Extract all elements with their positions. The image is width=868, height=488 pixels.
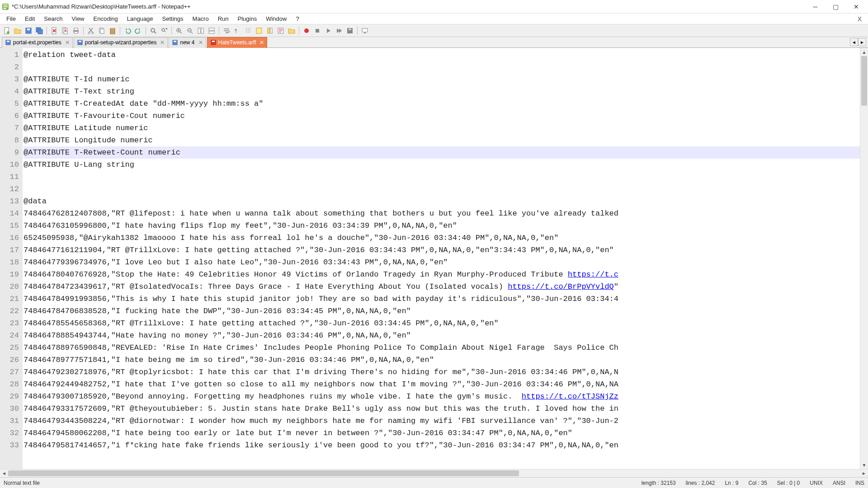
cut-button[interactable]	[86, 26, 96, 36]
close-file-button[interactable]	[49, 26, 59, 36]
minimize-button[interactable]: ─	[805, 0, 826, 13]
code-line[interactable]: @ATTRIBUTE U-Lang string	[24, 159, 860, 171]
save-button[interactable]	[24, 26, 33, 36]
tab-portal-setup-wizard-properties[interactable]: portal-setup-wizard.properties✕	[74, 37, 168, 48]
menu-language[interactable]: Language	[123, 14, 158, 23]
menu-encoding[interactable]: Encoding	[89, 14, 123, 23]
play-multi-button[interactable]	[334, 26, 344, 36]
tab-new-4[interactable]: new 4✕	[169, 37, 206, 48]
menu-edit[interactable]: Edit	[20, 14, 39, 23]
record-macro-button[interactable]	[302, 26, 311, 36]
indent-guide-button[interactable]	[243, 26, 253, 36]
menu-search[interactable]: Search	[39, 14, 67, 23]
code-line[interactable]: @ATTRIBUTE T-Favourite-Cout numeric	[24, 110, 860, 122]
code-line[interactable]: 748464795817414657,"i f*cking hate fake …	[24, 439, 860, 451]
url-link[interactable]: https://t.co/BrPpVYvldQ	[508, 282, 614, 291]
tab-portal-ext-properties[interactable]: portal-ext.properties✕	[2, 37, 73, 48]
doc-map-button[interactable]	[265, 26, 275, 36]
code-line[interactable]: 748464763105996800,"I hate having flips …	[24, 220, 860, 232]
code-line[interactable]: 748464793443508224,"RT @diornotwar: I wo…	[24, 415, 860, 427]
menu-plugins[interactable]: Plugins	[233, 14, 262, 23]
copy-button[interactable]	[97, 26, 107, 36]
tab-close-button[interactable]: ✕	[64, 39, 71, 46]
save-all-button[interactable]	[34, 26, 44, 36]
undo-button[interactable]	[123, 26, 132, 36]
code-line[interactable]: 748464789777571841,"I hate being me im s…	[24, 354, 860, 366]
tab-close-button[interactable]: ✕	[159, 39, 165, 46]
url-link[interactable]: https://t.co/tTJSNjZz	[522, 392, 618, 401]
redo-button[interactable]	[133, 26, 143, 36]
code-line[interactable]: @ATTRIBUTE T-Retweet-Count numeric	[24, 146, 860, 159]
menu-window[interactable]: Window	[261, 14, 291, 23]
code-line[interactable]: 748464793007185920,"Beyond annoying. For…	[24, 390, 860, 403]
scroll-down-arrow[interactable]: ▼	[860, 461, 868, 469]
code-line[interactable]: 748464794580062208,"I hate being too ear…	[24, 427, 860, 439]
close-all-button[interactable]	[60, 26, 70, 36]
code-line[interactable]: 748464780407676928,"Stop the Hate: 49 Ce…	[24, 268, 860, 281]
horizontal-scrollbar[interactable]: ◄ ►	[0, 469, 868, 477]
show-all-chars-button[interactable]: ¶	[232, 26, 242, 36]
tab-hatetweets-arff[interactable]: HateTweets.arff✕	[207, 37, 268, 48]
play-macro-button[interactable]	[323, 26, 333, 36]
menu-close-x[interactable]: X	[853, 14, 866, 23]
func-list-button[interactable]	[276, 26, 286, 36]
monitor-button[interactable]	[360, 26, 370, 36]
code-line[interactable]: 65245095938,"@Airykah1382 lmaoooo I hate…	[24, 232, 860, 244]
paste-button[interactable]	[108, 26, 118, 36]
code-line[interactable]: 748464793317572609,"RT @theyoutubieber: …	[24, 403, 860, 415]
code-line[interactable]: @ATTRIBUTE Latitude numeric	[24, 122, 860, 134]
tab-close-button[interactable]: ✕	[259, 39, 265, 46]
print-button[interactable]	[71, 26, 81, 36]
vertical-scrollbar[interactable]: ▲ ▼	[860, 48, 868, 469]
wordwrap-button[interactable]	[222, 26, 231, 36]
code-line[interactable]: @ATTRIBUTE T-Id numeric	[24, 73, 860, 85]
url-link[interactable]: https://t.c	[568, 270, 618, 279]
tab-scroll-left[interactable]: ◄	[850, 38, 858, 46]
code-line[interactable]: 748464788976590848,"REVEALED: 'Rise In H…	[24, 342, 860, 354]
replace-button[interactable]	[159, 26, 169, 36]
menu-run[interactable]: Run	[213, 14, 233, 23]
code-line[interactable]: 748464792302718976,"RT @toplyricsbot: I …	[24, 366, 860, 378]
find-button[interactable]	[148, 26, 158, 36]
menu-view[interactable]: View	[67, 14, 89, 23]
code-line[interactable]: @ATTRIBUTE T-Text string	[24, 85, 860, 98]
zoom-out-button[interactable]	[185, 26, 195, 36]
close-button[interactable]: ✕	[846, 0, 866, 13]
new-file-button[interactable]	[2, 26, 12, 36]
code-line[interactable]: @ATTRIBUTE Longitude numeric	[24, 134, 860, 146]
vscroll-thumb[interactable]	[861, 56, 867, 106]
menu-macro[interactable]: Macro	[188, 14, 213, 23]
code-line[interactable]	[24, 183, 860, 195]
code-line[interactable]: 748464762812407808,"RT @lifepost: i hate…	[24, 207, 860, 220]
code-line[interactable]: 748464792449482752,"I hate that I've got…	[24, 378, 860, 390]
scroll-left-arrow[interactable]: ◄	[0, 469, 8, 478]
code-line[interactable]: @data	[24, 195, 860, 207]
code-line[interactable]: 74846477161211904,"RT @TrillxLove: I hat…	[24, 244, 860, 256]
code-line[interactable]: 748464785545658368,"RT @TrillxLove: I ha…	[24, 317, 860, 329]
code-line[interactable]: 748464784706838528,"I fucking hate the D…	[24, 305, 860, 317]
user-lang-button[interactable]	[254, 26, 264, 36]
code-line[interactable]: @ATTRIBUTE T-CreatedAt date "dd-MMM-yyyy…	[24, 98, 860, 110]
menu-settings[interactable]: Settings	[158, 14, 188, 23]
code-line[interactable]: 748464788854943744,"Hate having no money…	[24, 329, 860, 342]
folder-workspace-button[interactable]	[287, 26, 297, 36]
code-line[interactable]: 748464779396734976,"I love Leo but I als…	[24, 256, 860, 268]
scroll-up-arrow[interactable]: ▲	[860, 48, 868, 56]
stop-macro-button[interactable]	[312, 26, 322, 36]
save-macro-button[interactable]	[345, 26, 355, 36]
sync-hscroll-button[interactable]	[207, 26, 217, 36]
scroll-right-arrow[interactable]: ►	[860, 469, 868, 478]
menu-[interactable]: ?	[291, 14, 303, 23]
sync-vscroll-button[interactable]	[196, 26, 206, 36]
tab-close-button[interactable]: ✕	[198, 39, 204, 46]
zoom-in-button[interactable]	[174, 26, 184, 36]
tab-scroll-right[interactable]: ►	[858, 38, 866, 46]
maximize-button[interactable]: ▢	[826, 0, 846, 13]
code-line[interactable]: 748464784991993856,"This is why I hate t…	[24, 293, 860, 305]
code-line[interactable]: 748464784723439617,"RT @IsolatedVocaIs: …	[24, 281, 860, 293]
open-file-button[interactable]	[13, 26, 23, 36]
hscroll-thumb[interactable]	[8, 470, 519, 476]
code-line[interactable]	[24, 61, 860, 73]
code-editor[interactable]: @relation tweet-data@ATTRIBUTE T-Id nume…	[23, 48, 860, 469]
code-line[interactable]: @relation tweet-data	[24, 49, 860, 61]
